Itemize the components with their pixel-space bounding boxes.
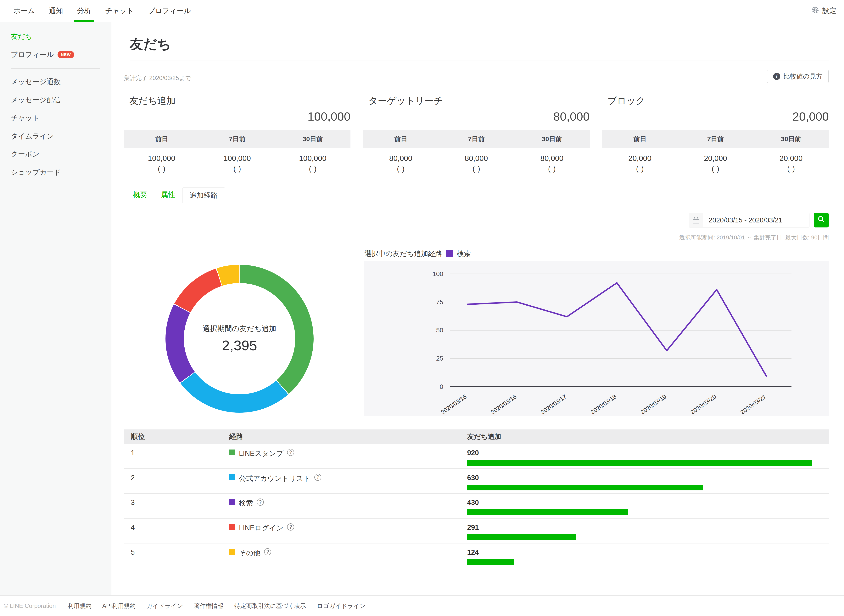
aggregation-note: 集計完了 2020/03/25まで (124, 74, 191, 82)
comparison-value: (-) (514, 165, 590, 173)
route-ranking-table: 順位 経路 友だち追加 1 LINEスタンプ ? 920 2 (124, 430, 829, 568)
route-label: 検索 (239, 499, 253, 508)
comparison-value: (-) (200, 165, 275, 173)
stat-title: 友だち追加 (124, 95, 350, 107)
nav-item-profile[interactable]: プロフィール (143, 0, 196, 22)
value-cell: 124 (467, 548, 829, 568)
rank-cell: 2 (124, 474, 229, 493)
route-cell: LINEスタンプ ? (229, 449, 467, 469)
svg-text:2020/03/17: 2020/03/17 (540, 393, 568, 416)
sidebar-item-timeline[interactable]: タイムライン (0, 127, 111, 145)
page-footer: © LINE Corporation 利用規約 API利用規約 ガイドライン 著… (0, 595, 844, 616)
rank-cell: 5 (124, 548, 229, 568)
top-navigation: ホーム 通知 分析 チャット プロフィール 設定 (0, 0, 844, 22)
footer-link-api-terms[interactable]: API利用規約 (102, 602, 136, 610)
date-search-button[interactable] (814, 213, 829, 227)
sidebar-item-chat[interactable]: チャット (0, 109, 111, 127)
donut-center: 選択期間の友だち追加 2,395 (184, 283, 295, 395)
table-header-row: 順位 経路 友だち追加 (124, 430, 829, 444)
sidebar-item-profile[interactable]: プロフィール NEW (0, 46, 111, 64)
sidebar-item-friends[interactable]: 友だち (0, 28, 111, 46)
nav-item-home[interactable]: ホーム (8, 0, 40, 22)
stat-title: ターゲットリーチ (363, 95, 590, 107)
nav-item-notifications[interactable]: 通知 (44, 0, 69, 22)
comparison-value: (-) (602, 165, 678, 173)
stat-total: 20,000 (602, 110, 829, 123)
value-cell: 291 (467, 524, 829, 543)
svg-text:50: 50 (436, 327, 443, 334)
stats-summary-row: 友だち追加 100,000 前日 7日前 30日前 100,000(-) 100… (124, 95, 829, 180)
settings-label: 設定 (822, 6, 837, 16)
route-cell: 公式アカウントリスト ? (229, 474, 467, 493)
svg-text:2020/03/21: 2020/03/21 (739, 393, 768, 416)
route-label: その他 (239, 548, 260, 558)
sidebar-item-shop-card[interactable]: ショップカード (0, 163, 111, 182)
stat-column-headers: 前日 7日前 30日前 (363, 130, 590, 148)
analytics-sidebar: 友だち プロフィール NEW メッセージ通数 メッセージ配信 チャット タイムラ… (0, 22, 112, 595)
tab-attributes[interactable]: 属性 (154, 187, 182, 203)
sidebar-item-message-delivery[interactable]: メッセージ配信 (0, 91, 111, 109)
date-range-filter (689, 213, 829, 227)
stat-card-target-reach: ターゲットリーチ 80,000 前日 7日前 30日前 80,000(-) 80… (363, 95, 590, 180)
footer-link-copyright-info[interactable]: 著作権情報 (194, 602, 223, 610)
stat-total: 100,000 (124, 110, 350, 123)
legend-series-name: 検索 (457, 249, 471, 258)
route-cell: 検索 ? (229, 499, 467, 518)
nav-item-analytics[interactable]: 分析 (72, 0, 97, 22)
sidebar-item-message-count[interactable]: メッセージ通数 (0, 73, 111, 91)
value-cell: 430 (467, 499, 829, 518)
svg-text:25: 25 (436, 355, 443, 362)
analytics-tabs: 概要 属性 追加経路 (124, 188, 829, 203)
comparison-value: (-) (275, 165, 350, 173)
table-row: 5 その他 ? 124 (124, 543, 829, 568)
rank-cell: 4 (124, 524, 229, 543)
title-divider (130, 60, 829, 61)
stat-column-headers: 前日 7日前 30日前 (602, 130, 829, 148)
info-icon: i (773, 73, 780, 80)
comparison-value: (-) (124, 165, 199, 173)
stat-values: 100,000(-) 100,000(-) 100,000(-) (124, 148, 350, 180)
sidebar-item-coupon[interactable]: クーポン (0, 145, 111, 163)
help-icon[interactable]: ? (264, 548, 271, 555)
table-bar (467, 509, 628, 515)
footer-link-guidelines[interactable]: ガイドライン (146, 602, 183, 610)
comparison-help-button[interactable]: i 比較値の見方 (767, 70, 829, 83)
help-icon[interactable]: ? (287, 449, 294, 456)
rank-cell: 1 (124, 449, 229, 469)
value-cell: 630 (467, 474, 829, 493)
search-icon (818, 216, 825, 224)
stat-values: 80,000(-) 80,000(-) 80,000(-) (363, 148, 590, 180)
line-official-account-analytics-page: ホーム 通知 分析 チャット プロフィール 設定 友だち プロフィール NEW … (0, 0, 844, 616)
route-label: LINEログイン (239, 524, 284, 533)
help-icon[interactable]: ? (287, 524, 294, 530)
settings-button[interactable]: 設定 (812, 0, 844, 22)
tab-overview[interactable]: 概要 (126, 187, 154, 203)
stat-total: 80,000 (363, 110, 590, 123)
footer-link-logo-guidelines[interactable]: ロゴガイドライン (317, 602, 366, 610)
value-cell: 920 (467, 449, 829, 469)
footer-link-commerce-law[interactable]: 特定商取引法に基づく表示 (234, 602, 306, 610)
table-row: 2 公式アカウントリスト ? 630 (124, 469, 829, 494)
route-color-swatch (229, 549, 235, 555)
footer-link-terms[interactable]: 利用規約 (68, 602, 91, 610)
tab-add-route[interactable]: 追加経路 (182, 188, 225, 203)
table-bar (467, 485, 703, 491)
help-icon[interactable]: ? (314, 474, 321, 481)
calendar-icon[interactable] (689, 213, 703, 227)
rank-cell: 3 (124, 499, 229, 518)
help-icon[interactable]: ? (257, 499, 264, 506)
date-range-hint: 選択可能期間: 2019/10/01 ～ 集計完了日, 最大日数: 90日間 (679, 234, 829, 242)
route-label: LINEスタンプ (239, 449, 284, 458)
svg-text:2020/03/16: 2020/03/16 (490, 393, 518, 416)
nav-item-chat[interactable]: チャット (100, 0, 140, 22)
route-color-swatch (229, 499, 235, 505)
line-chart-legend: 選択中の友だち追加経路 検索 (365, 249, 471, 258)
table-bar (467, 559, 514, 565)
main-content: 友だち 集計完了 2020/03/25まで i 比較値の見方 友だち追加 100… (112, 22, 844, 595)
stat-card-blocks: ブロック 20,000 前日 7日前 30日前 20,000(-) 20,000… (602, 95, 829, 180)
stat-values: 20,000(-) 20,000(-) 20,000(-) (602, 148, 829, 180)
stat-column-headers: 前日 7日前 30日前 (124, 130, 350, 148)
svg-text:75: 75 (436, 298, 443, 306)
date-range-input[interactable] (703, 213, 809, 227)
comparison-value: (-) (678, 165, 753, 173)
